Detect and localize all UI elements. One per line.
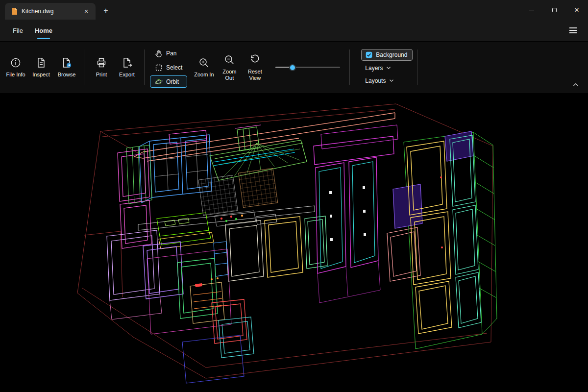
kitchen-wireframe (0, 93, 588, 392)
checkbox-checked-icon (366, 51, 372, 58)
zoom-in-button[interactable]: Zoom In (192, 54, 216, 81)
ribbon-divider (349, 49, 350, 85)
ribbon-divider (417, 49, 417, 85)
tab-title: Kitchen.dwg (22, 8, 78, 15)
zoom-slider-thumb[interactable] (289, 64, 296, 71)
minimize-button[interactable] (520, 0, 543, 20)
select-button[interactable]: Select (150, 61, 187, 74)
backsplash-grids (198, 168, 278, 215)
new-tab-button[interactable]: + (99, 4, 112, 17)
file-info-button[interactable]: File Info (3, 54, 28, 81)
ribbon-divider (144, 49, 145, 85)
export-document-icon (121, 57, 133, 69)
tab-close-icon[interactable]: ✕ (82, 7, 91, 16)
menu-file[interactable]: File (7, 23, 29, 38)
menu-bar: File Home (0, 20, 588, 41)
cyan-accent-bar (213, 149, 295, 166)
app-window: Kitchen.dwg ✕ + ✕ File Home File Info (0, 0, 588, 392)
print-button[interactable]: Print (89, 54, 114, 81)
chevron-down-icon (386, 66, 391, 70)
title-bar: Kitchen.dwg ✕ + ✕ (0, 0, 588, 20)
export-button[interactable]: Export (115, 54, 139, 81)
zoom-slider[interactable] (275, 64, 340, 71)
zoom-group: Zoom In Zoom Out Reset View (191, 44, 268, 91)
window-controls: ✕ (520, 0, 588, 20)
inspect-document-icon (35, 57, 47, 69)
document-tab[interactable]: Kitchen.dwg ✕ (5, 3, 96, 20)
maximize-button[interactable] (543, 0, 565, 20)
select-marquee-icon (155, 64, 163, 72)
pan-button[interactable]: Pan (150, 47, 187, 59)
hamburger-menu-icon[interactable] (565, 24, 580, 37)
navigation-group: Pan Select Orbit (150, 44, 187, 91)
peninsula-doors (214, 216, 327, 281)
view-panel-group: Background Layers Layouts (361, 44, 413, 91)
inspect-button[interactable]: Inspect (29, 54, 53, 81)
printer-icon (96, 57, 107, 69)
ribbon-divider (84, 49, 84, 85)
viewport-canvas[interactable] (0, 93, 588, 392)
zoom-out-icon (223, 54, 235, 66)
zoom-out-button[interactable]: Zoom Out (217, 51, 242, 84)
zoom-slider-wrap (275, 44, 340, 91)
pantry-magenta (314, 125, 398, 303)
orbit-button[interactable]: Orbit (150, 75, 187, 88)
info-icon (10, 57, 22, 69)
layers-dropdown[interactable]: Layers (361, 63, 396, 74)
output-group: Print Export (89, 44, 140, 91)
orbit-icon (155, 78, 163, 86)
reset-view-button[interactable]: Reset View (243, 51, 267, 84)
right-cabinet-bank (387, 131, 497, 349)
layouts-dropdown[interactable]: Layouts (361, 75, 399, 86)
active-tab-underline (37, 38, 50, 39)
minimize-icon (529, 10, 534, 10)
maximize-icon (552, 8, 557, 12)
ribbon-toolbar: File Info Inspect Browse (0, 41, 588, 93)
reset-view-icon (249, 54, 261, 66)
bottom-left-cluster (107, 230, 254, 383)
close-button[interactable]: ✕ (565, 0, 588, 20)
background-toggle-button[interactable]: Background (361, 49, 413, 61)
chevron-up-icon (573, 83, 579, 87)
pan-hand-icon (155, 49, 163, 57)
collapse-ribbon-button[interactable] (569, 79, 582, 90)
zoom-in-icon (198, 57, 210, 69)
dwg-file-icon (11, 7, 18, 15)
chevron-down-icon (389, 79, 394, 82)
browse-document-icon (61, 57, 73, 69)
file-tools-group: File Info Inspect Browse (3, 44, 79, 91)
menu-home[interactable]: Home (29, 23, 58, 38)
wall-frames-magenta (118, 130, 207, 248)
browse-button[interactable]: Browse (54, 54, 79, 81)
